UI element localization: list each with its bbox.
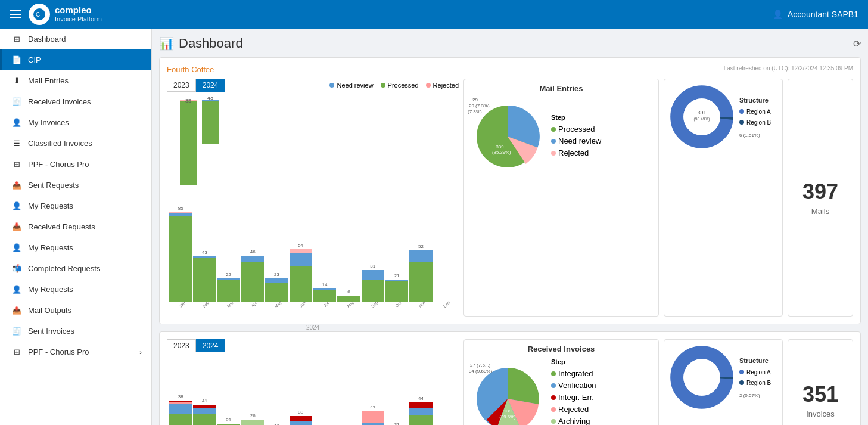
svg-text:(85.39%): (85.39%) — [492, 150, 511, 155]
region-b-dot — [739, 120, 744, 125]
integr-err-dot — [551, 395, 556, 400]
sidebar-item-label: My Requests — [28, 201, 73, 210]
sidebar-item-my-requests[interactable]: 👤 My Requests — [0, 196, 151, 216]
received-invoices-charts-row: 2023 2024 38 — [167, 339, 853, 425]
page-icon: 📊 — [159, 36, 174, 51]
my-requests-icon: 👤 — [11, 201, 22, 210]
need-review-label: Need review — [337, 82, 373, 89]
region-a-item: Region A — [739, 108, 771, 115]
mail-entries-bar-chart: 85 43 — [167, 97, 453, 210]
donut-wrap: 391 (98.49%) Structure Region A — [669, 84, 777, 150]
svg-rect-6 — [202, 100, 219, 144]
received-region-a-label: Region A — [746, 369, 771, 376]
pie-legend: Step Processed Need review — [551, 114, 601, 159]
donut-svg: 391 (98.49%) — [669, 84, 735, 150]
logo-icon: C — [29, 4, 50, 25]
archiving-item: Archiving — [551, 417, 596, 425]
legend-processed: Processed — [381, 82, 419, 89]
chart-legend: Need review Processed Rejected — [329, 82, 459, 89]
sent-invoices-icon: 🧾 — [11, 327, 22, 336]
sidebar-item-label: Mail Outputs — [28, 306, 71, 315]
chart-year-label: 2024 — [167, 324, 459, 331]
mail-entries-count-number: 397 — [802, 179, 838, 204]
received-year-tab-2023[interactable]: 2023 — [167, 339, 196, 352]
sidebar-item-received-requests[interactable]: 📥 Received Requests — [0, 216, 151, 237]
region-a-label: Region A — [746, 108, 771, 115]
hamburger-menu[interactable] — [10, 10, 21, 18]
mail-entries-pie-title: Mail Entries — [469, 84, 654, 93]
sidebar-item-my-requests-3[interactable]: 👤 My Requests — [0, 279, 151, 300]
sidebar-item-completed-requests[interactable]: 📬 Completed Requests — [0, 258, 151, 279]
sidebar-item-sent-requests[interactable]: 📤 Sent Requests — [0, 175, 151, 196]
mail-entries-icon: ⬇ — [11, 76, 22, 85]
received-structure-title: Structure — [739, 357, 771, 364]
pie-annotation-3: (7.3%) — [468, 109, 482, 114]
pie-annotation-2: 29 (7.3%) — [469, 103, 490, 108]
year-tab-2023[interactable]: 2023 — [167, 79, 196, 92]
cip-icon: 📄 — [11, 55, 22, 64]
sidebar-item-received-invoices[interactable]: 🧾 Received Invoices — [0, 91, 151, 112]
need-review-dot — [329, 83, 334, 88]
bar-feb: 43 — [193, 250, 216, 302]
archiving-label: Archiving — [558, 417, 590, 425]
sidebar-item-my-requests-2[interactable]: 👤 My Requests — [0, 237, 151, 258]
archiving-dot — [551, 419, 556, 424]
received-invoices-bar-section: 2023 2024 38 — [167, 339, 459, 425]
received-year-tabs: 2023 2024 — [167, 339, 225, 352]
sidebar-item-label: Sent Requests — [28, 181, 79, 190]
username: Accountant SAPB1 — [788, 10, 858, 19]
sidebar: ⊞ Dashboard 📄 CIP ⬇ Mail Entries 🧾 Recei… — [0, 29, 152, 425]
received-donut-legend: Structure Region A Region B 2 (0.57%) — [739, 357, 771, 398]
sidebar-item-ppf-chorus-2[interactable]: ⊞ PPF - Chorus Pro › — [0, 342, 151, 362]
mail-entries-pie: Mail Entries 339 (85. — [463, 79, 659, 317]
sidebar-item-mail-entries[interactable]: ⬇ Mail Entries — [0, 70, 151, 91]
svg-point-22 — [683, 359, 720, 396]
inv-bar-jan: 38 — [169, 394, 192, 425]
bar-apr: 46 — [241, 249, 264, 302]
sidebar-item-ppf-chorus[interactable]: ⊞ PPF - Chorus Pro — [0, 154, 151, 175]
last-refreshed: Last refreshed on (UTC): 12/2/2024 12:35… — [724, 65, 853, 72]
need-review-dot — [551, 139, 556, 144]
bar-nov: 52 — [409, 244, 432, 302]
mail-entries-bar-chart-div: 85 43 — [167, 212, 459, 317]
legend-processed-item: Processed — [551, 125, 601, 134]
integr-err-item: Integr. Err. — [551, 393, 596, 402]
verification-item: Verification — [551, 381, 596, 390]
svg-text:43: 43 — [207, 97, 213, 101]
rejected-dot — [551, 407, 556, 412]
svg-text:85: 85 — [185, 98, 191, 104]
received-requests-icon: 📥 — [11, 222, 22, 231]
rejected-step-label: Rejected — [558, 148, 589, 157]
donut-legend: Structure Region A Region B 6 (1.51%) — [739, 97, 771, 138]
mail-entries-controls: 2023 2024 Need review Processed — [167, 79, 459, 92]
received-year-tab-2024[interactable]: 2024 — [196, 339, 225, 352]
integrated-dot — [551, 371, 556, 376]
received-donut-annotation: 2 (0.57%) — [739, 393, 771, 398]
main-layout: ⊞ Dashboard 📄 CIP ⬇ Mail Entries 🧾 Recei… — [0, 29, 868, 425]
sidebar-item-sent-invoices[interactable]: 🧾 Sent Invoices — [0, 321, 151, 342]
sidebar-item-dashboard[interactable]: ⊞ Dashboard — [0, 29, 151, 49]
received-invoices-pie: Received Invoices 139 (39.6%) — [463, 339, 659, 425]
pie-annot-b: 34 (9.69%) — [469, 368, 492, 374]
integrated-item: Integrated — [551, 369, 596, 378]
app-subtitle: Invoice Platform — [55, 15, 102, 23]
donut-annotation: 6 (1.51%) — [739, 132, 771, 138]
mail-entries-bar-section: 2023 2024 Need review Processed — [167, 79, 459, 317]
svg-rect-2 — [180, 100, 197, 185]
sidebar-item-mail-outputs[interactable]: 📤 Mail Outputs — [0, 300, 151, 321]
year-tab-2024[interactable]: 2024 — [196, 79, 225, 92]
verification-label: Verification — [558, 381, 596, 390]
sidebar-item-my-invoices[interactable]: 👤 My Invoices — [0, 112, 151, 133]
sidebar-item-cip[interactable]: 📄 CIP — [0, 49, 151, 70]
user-icon: 👤 — [773, 10, 783, 19]
received-region-b-item: Region B — [739, 380, 771, 386]
svg-text:391: 391 — [698, 110, 707, 116]
refresh-button[interactable]: ⟳ — [853, 38, 861, 49]
sidebar-item-classified-invoices[interactable]: ☰ Classified Invoices — [0, 133, 151, 154]
step-label: Step — [551, 114, 601, 121]
structure-title: Structure — [739, 97, 771, 104]
sidebar-item-label: Received Requests — [28, 222, 95, 231]
user-info: 👤 Accountant SAPB1 — [773, 10, 858, 19]
rejected-label: Rejected — [558, 405, 589, 414]
sidebar-item-label: Completed Requests — [28, 264, 100, 273]
